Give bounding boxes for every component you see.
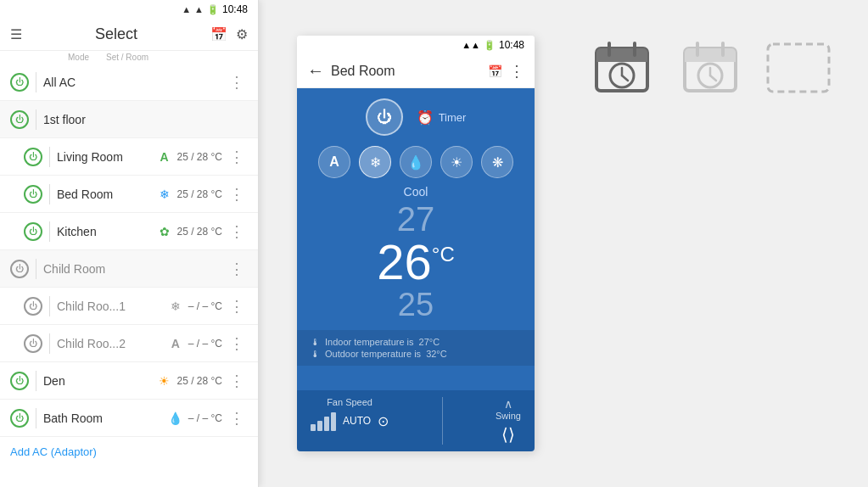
mode-icon-child-room-1: ❄ bbox=[166, 297, 185, 316]
more-icon[interactable]: ⋮ bbox=[226, 297, 248, 316]
temp-info-panel: 🌡 Indoor temperature is 27°C 🌡 Outdoor t… bbox=[297, 330, 535, 366]
ac-list: ⏻ All AC ⋮ ⏻ 1st floor ⏻ Living Room A 2… bbox=[0, 64, 258, 487]
item-label-bed-room: Bed Room bbox=[57, 188, 155, 201]
mode-icons-row: A ❄ 💧 ☀ ❋ bbox=[318, 146, 513, 178]
item-label-child-room-1: Child Roo...1 bbox=[57, 299, 166, 313]
indoor-label: Indoor temperature is bbox=[325, 337, 414, 347]
list-item[interactable]: ⏻ Bed Room ❄ 25 / 28 °C ⋮ bbox=[0, 176, 258, 213]
mode-icon-bath-room: 💧 bbox=[166, 409, 185, 428]
temp-below-value: 25 bbox=[398, 287, 434, 323]
top-bar: ☰ Select 📅 ⚙ bbox=[0, 19, 258, 51]
more-icon[interactable]: ⋮ bbox=[226, 185, 248, 204]
mode-header: Mode bbox=[68, 53, 89, 62]
item-label-child-room-2: Child Roo...2 bbox=[57, 337, 166, 350]
temp-current-value: 26 °C bbox=[377, 238, 454, 287]
mode-icon-bed-room: ❄ bbox=[155, 185, 174, 204]
list-item[interactable]: ⏻ Kitchen ✿ 25 / 28 °C ⋮ bbox=[0, 213, 258, 250]
mode-cool-button[interactable]: ❄ bbox=[359, 146, 391, 178]
temp-child-room-2: – / – °C bbox=[188, 338, 222, 350]
mode-fan-button[interactable]: ❋ bbox=[481, 146, 513, 178]
power-button-den[interactable]: ⏻ bbox=[10, 372, 29, 390]
signal-icon: ▲ bbox=[194, 4, 204, 14]
power-button-child-room-2[interactable]: ⏻ bbox=[24, 334, 42, 353]
divider bbox=[49, 147, 50, 167]
divider bbox=[49, 296, 50, 316]
more-icon[interactable]: ⋮ bbox=[226, 372, 248, 390]
divider bbox=[36, 259, 36, 279]
list-item[interactable]: ⏻ Child Room ⋮ bbox=[0, 250, 258, 288]
power-button-bath-room[interactable]: ⏻ bbox=[10, 409, 29, 428]
more-icon[interactable]: ⋮ bbox=[226, 260, 248, 278]
power-button-living-room[interactable]: ⏻ bbox=[24, 148, 42, 166]
fan-bar-1 bbox=[311, 424, 316, 431]
power-button-1st-floor[interactable]: ⏻ bbox=[10, 110, 29, 129]
ac-top-controls: ⏻ ⏰ Timer bbox=[366, 98, 467, 136]
ac-control-panel: ⏻ ⏰ Timer A ❄ 💧 ☀ ❋ Cool 27 26 °C 25 bbox=[297, 88, 535, 390]
temp-bed-room: 25 / 28 °C bbox=[177, 188, 223, 200]
temp-number: 26 bbox=[377, 238, 432, 287]
outdoor-temp-row: 🌡 Outdoor temperature is 32°C bbox=[311, 349, 521, 359]
list-item[interactable]: ⏻ 1st floor bbox=[0, 101, 258, 138]
add-ac-button[interactable]: Add AC (Adaptor) bbox=[0, 437, 258, 467]
ac-power-button[interactable]: ⏻ bbox=[366, 98, 403, 136]
more-icon[interactable]: ⋮ bbox=[226, 334, 248, 353]
item-label-1st-floor: 1st floor bbox=[43, 113, 248, 126]
power-button-bed-room[interactable]: ⏻ bbox=[24, 185, 42, 204]
calendar-inactive-svg bbox=[680, 38, 740, 98]
svg-rect-2 bbox=[596, 55, 647, 62]
ac-schedule-icon[interactable]: 📅 bbox=[488, 64, 502, 78]
room-title: Bed Room bbox=[331, 64, 488, 79]
list-item[interactable]: ⏻ Den ☀ 25 / 28 °C ⋮ bbox=[0, 362, 258, 400]
schedule-empty-icon[interactable] bbox=[764, 34, 832, 102]
more-icon[interactable]: ⋮ bbox=[226, 73, 248, 92]
back-button[interactable]: ← bbox=[307, 61, 324, 81]
divider-mid bbox=[442, 397, 443, 445]
schedule-icon[interactable]: 📅 bbox=[210, 26, 227, 42]
power-button-kitchen[interactable]: ⏻ bbox=[24, 222, 42, 241]
list-item[interactable]: ⏻ Bath Room 💧 – / – °C ⋮ bbox=[0, 400, 258, 437]
ac-more-icon[interactable]: ⋮ bbox=[509, 62, 524, 81]
power-button-all-ac[interactable]: ⏻ bbox=[10, 73, 29, 92]
fan-bar-4 bbox=[331, 412, 336, 431]
timer-icon: ⏰ bbox=[417, 109, 434, 126]
list-item[interactable]: ⏻ Child Roo...1 ❄ – / – °C ⋮ bbox=[0, 288, 258, 325]
item-label-living-room: Living Room bbox=[57, 150, 155, 164]
settings-icon[interactable]: ⚙ bbox=[236, 26, 248, 42]
mode-label: Cool bbox=[404, 185, 428, 199]
top-bar-actions: 📅 ⚙ bbox=[210, 26, 248, 42]
item-label-all-ac: All AC bbox=[43, 76, 226, 89]
schedule-inactive-icon[interactable] bbox=[676, 34, 744, 102]
fan-speed-bars bbox=[311, 411, 336, 431]
item-label-bath-room: Bath Room bbox=[43, 411, 166, 425]
right-phone: ▲▲ 🔋 10:48 ← Bed Room 📅 ⋮ ⏻ ⏰ Timer A ❄ … bbox=[297, 36, 535, 451]
power-button-child-room[interactable]: ⏻ bbox=[10, 260, 29, 278]
more-icon[interactable]: ⋮ bbox=[226, 409, 248, 428]
fan-bar-3 bbox=[324, 417, 329, 431]
more-icon[interactable]: ⋮ bbox=[226, 148, 248, 166]
item-label-den: Den bbox=[43, 374, 155, 388]
mode-auto-button[interactable]: A bbox=[318, 146, 350, 178]
list-item[interactable]: ⏻ All AC ⋮ bbox=[0, 64, 258, 101]
mode-dry-button[interactable]: 💧 bbox=[400, 146, 432, 178]
list-item[interactable]: ⏻ Living Room A 25 / 28 °C ⋮ bbox=[0, 138, 258, 176]
timer-label: Timer bbox=[439, 111, 467, 124]
indoor-temp-row: 🌡 Indoor temperature is 27°C bbox=[311, 337, 521, 347]
mode-heat-button[interactable]: ☀ bbox=[440, 146, 473, 178]
fan-speed-section[interactable]: Fan Speed AUTO ⊙ bbox=[311, 397, 389, 431]
hamburger-icon[interactable]: ☰ bbox=[10, 26, 22, 42]
divider bbox=[49, 184, 50, 204]
schedule-active-icon[interactable] bbox=[588, 34, 656, 102]
swing-section[interactable]: ∧ Swing ⟨⟩ bbox=[496, 397, 521, 445]
divider bbox=[36, 408, 36, 428]
icons-panel bbox=[552, 0, 868, 136]
indoor-value: 27°C bbox=[419, 337, 440, 347]
item-label-child-room: Child Room bbox=[43, 262, 226, 276]
swing-icon: ⟨⟩ bbox=[501, 424, 515, 445]
list-item[interactable]: ⏻ Child Roo...2 A – / – °C ⋮ bbox=[0, 325, 258, 362]
time-display: 10:48 bbox=[222, 3, 248, 15]
timer-button[interactable]: ⏰ Timer bbox=[417, 109, 467, 126]
power-button-child-room-1[interactable]: ⏻ bbox=[24, 297, 42, 316]
more-icon[interactable]: ⋮ bbox=[226, 222, 248, 241]
svg-rect-16 bbox=[768, 44, 829, 92]
swing-label: Swing bbox=[496, 411, 521, 421]
